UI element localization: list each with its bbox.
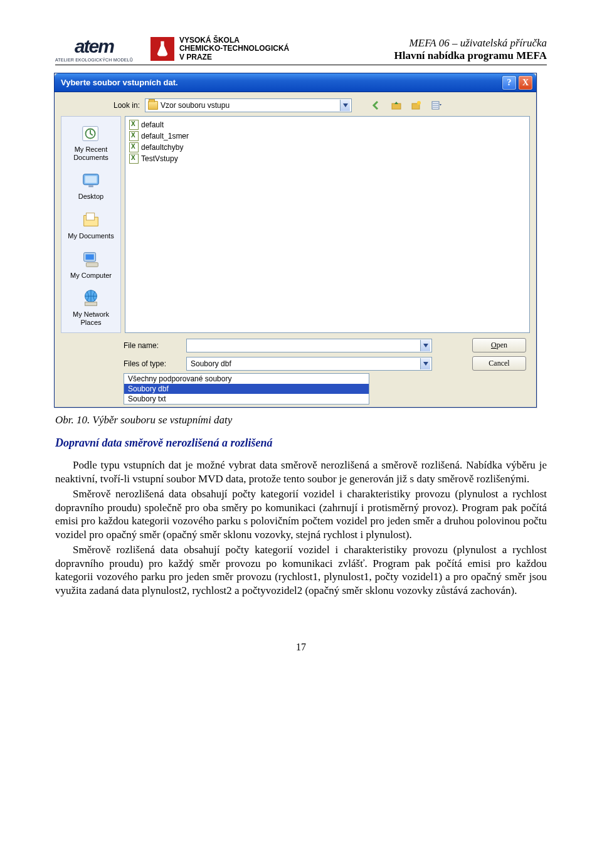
place-label: My Computer: [70, 272, 112, 279]
file-item[interactable]: default: [129, 119, 525, 130]
place-recent[interactable]: My Recent Documents: [64, 120, 118, 164]
chevron-down-icon[interactable]: [420, 358, 430, 369]
svg-rect-11: [86, 254, 94, 260]
up-one-level-icon[interactable]: [389, 98, 403, 112]
svg-rect-12: [86, 262, 98, 267]
filetype-value: Soubory dbf: [191, 359, 231, 368]
filetype-option[interactable]: Soubory dbf: [124, 384, 369, 394]
file-name: default_1smer: [141, 132, 189, 140]
place-label: Desktop: [78, 193, 103, 200]
paragraph: Směrově rozlišená data obsahují počty ka…: [55, 543, 547, 598]
vscht-line3: V PRAZE: [179, 53, 289, 62]
place-label: My Documents: [68, 232, 114, 240]
filetype-dropdown[interactable]: Všechny podporované soubory Soubory dbf …: [124, 373, 369, 405]
cancel-button[interactable]: Cancel: [472, 356, 526, 371]
folder-icon: [148, 101, 158, 110]
xls-icon: [129, 154, 139, 164]
back-icon[interactable]: [369, 98, 383, 112]
file-name: defaultchyby: [141, 143, 183, 152]
flask-icon: [150, 37, 174, 61]
place-label: My Network Places: [73, 310, 109, 326]
filetype-combo[interactable]: Soubory dbf: [186, 357, 432, 371]
dialog-title: Vyberte soubor vstupních dat.: [61, 78, 178, 87]
logo-atem-text: atem: [75, 36, 114, 57]
file-item[interactable]: defaultchyby: [129, 142, 525, 153]
close-button[interactable]: X: [519, 76, 532, 90]
new-folder-icon[interactable]: [409, 98, 423, 112]
logo-vscht: VYSOKÁ ŠKOLA CHEMICKO-TECHNOLOGICKÁ V PR…: [150, 36, 289, 62]
header-title: Hlavní nabídka programu MEFA: [394, 50, 547, 62]
filename-input[interactable]: [186, 339, 432, 352]
place-desktop[interactable]: Desktop: [64, 167, 118, 203]
file-open-dialog: Vyberte soubor vstupních dat. ? X Look i…: [54, 73, 537, 408]
doc-header: atem ATELIER EKOLOGICKÝCH MODELŮ VYSOKÁ …: [55, 35, 547, 65]
file-list[interactable]: default default_1smer defaultchyby TestV…: [125, 116, 530, 333]
filetype-option[interactable]: Soubory txt: [124, 394, 369, 404]
page-number: 17: [55, 642, 547, 653]
figure-caption: Obr. 10. Výběr souboru se vstupními daty: [55, 414, 547, 426]
lookin-combo[interactable]: Vzor souboru vstupu: [145, 98, 352, 112]
svg-point-2: [417, 101, 421, 105]
view-menu-icon[interactable]: [430, 98, 443, 112]
paragraph: Podle typu vstupních dat je možné vybrat…: [55, 458, 547, 486]
vscht-line2: CHEMICKO-TECHNOLOGICKÁ: [179, 45, 289, 53]
logo-atem: atem ATELIER EKOLOGICKÝCH MODELŮ: [55, 35, 133, 62]
svg-rect-8: [88, 186, 93, 188]
file-item[interactable]: default_1smer: [129, 130, 525, 142]
places-bar: My Recent Documents Desktop My Documents…: [61, 116, 121, 333]
header-subtitle: MEFA 06 – uživatelská příručka: [394, 37, 547, 50]
lookin-label: Look in:: [105, 101, 140, 110]
place-label: My Recent Documents: [73, 146, 108, 161]
chevron-down-icon[interactable]: [340, 100, 350, 111]
help-button[interactable]: ?: [502, 76, 516, 90]
xls-icon: [129, 131, 139, 141]
place-mydocuments[interactable]: My Documents: [64, 207, 118, 243]
svg-rect-0: [392, 103, 401, 109]
lookin-value: Vzor souboru vstupu: [161, 101, 230, 110]
file-name: default: [141, 120, 164, 129]
svg-rect-14: [85, 302, 97, 306]
place-mycomputer[interactable]: My Computer: [64, 246, 118, 282]
filetype-option[interactable]: Všechny podporované soubory: [124, 374, 369, 384]
place-network[interactable]: My Network Places: [64, 285, 118, 329]
file-item[interactable]: TestVstupy: [129, 153, 525, 164]
logo-atem-sub: ATELIER EKOLOGICKÝCH MODELŮ: [55, 58, 133, 62]
open-button[interactable]: Open: [472, 338, 526, 352]
filetype-label: Files of type:: [124, 359, 180, 368]
paragraph: Směrově nerozlišená data obsahují počty …: [55, 487, 547, 542]
filename-label: File name:: [124, 341, 180, 350]
xls-icon: [129, 142, 139, 152]
chevron-down-icon[interactable]: [420, 340, 430, 351]
dialog-titlebar[interactable]: Vyberte soubor vstupních dat. ? X: [55, 73, 536, 92]
svg-rect-7: [85, 176, 97, 183]
xls-icon: [129, 120, 139, 130]
file-name: TestVstupy: [141, 154, 178, 163]
svg-rect-9: [86, 213, 94, 220]
section-title: Dopravní data směrově nerozlišená a rozl…: [55, 437, 547, 450]
